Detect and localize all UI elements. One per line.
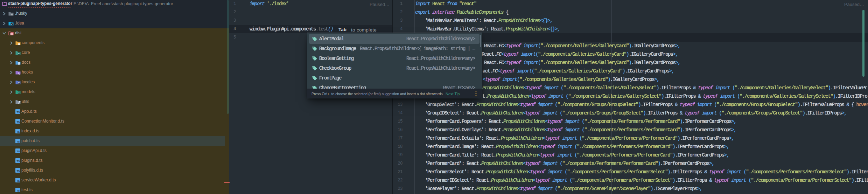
svg-text:TS: TS — [17, 150, 20, 153]
svg-text:TS: TS — [17, 189, 20, 192]
svg-text:TS: TS — [17, 170, 20, 172]
svg-text:TS: TS — [17, 131, 20, 133]
svg-text:TS: TS — [17, 180, 20, 182]
svg-text:TS: TS — [17, 111, 20, 113]
svg-text:TS: TS — [17, 160, 20, 162]
svg-text:TS: TS — [17, 140, 20, 143]
svg-text:TS: TS — [17, 121, 20, 123]
